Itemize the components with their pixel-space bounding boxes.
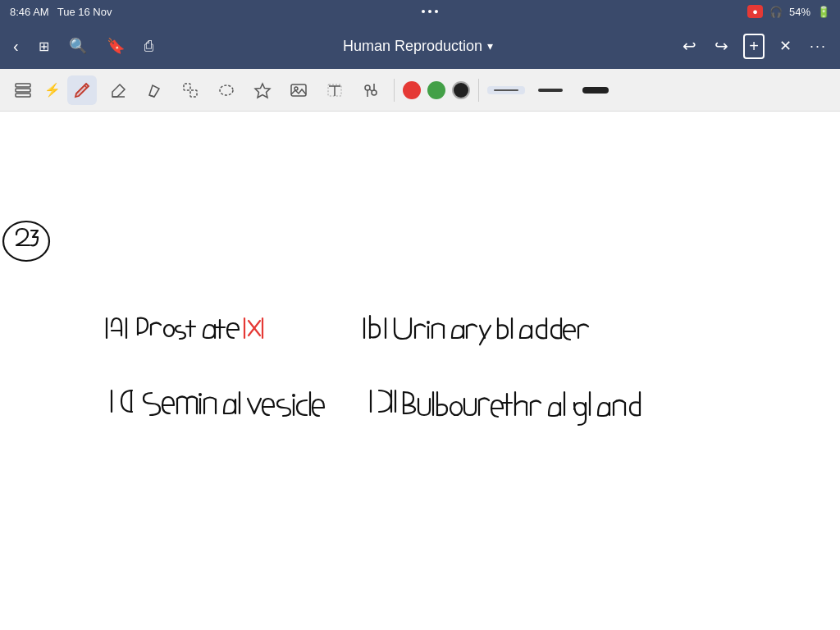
svg-point-8 xyxy=(220,85,233,95)
text-tool[interactable] xyxy=(320,75,349,105)
undo-button[interactable]: ↩ xyxy=(679,33,700,59)
add-page-button[interactable]: + xyxy=(743,34,765,59)
link-tool[interactable] xyxy=(356,75,386,105)
dot3 xyxy=(435,10,438,13)
layers-tool[interactable] xyxy=(8,75,38,105)
more-button[interactable]: ··· xyxy=(806,34,830,58)
bookmark-button[interactable]: 🔖 xyxy=(103,34,128,58)
color-green[interactable] xyxy=(427,81,445,99)
image-tool[interactable] xyxy=(284,75,313,105)
color-red[interactable] xyxy=(403,81,421,99)
svg-rect-6 xyxy=(184,84,190,90)
canvas-area[interactable] xyxy=(0,112,840,630)
back-button[interactable]: ‹ xyxy=(10,34,22,59)
separator-1 xyxy=(394,79,395,102)
svg-rect-0 xyxy=(16,84,30,87)
svg-point-15 xyxy=(365,85,370,90)
status-left: 8:46 AM Tue 16 Nov xyxy=(10,6,112,18)
battery-icon: 🔋 xyxy=(817,6,830,18)
status-center xyxy=(422,10,438,13)
svg-point-23 xyxy=(199,393,202,396)
close-button[interactable]: ✕ xyxy=(776,34,795,58)
nav-bar: ‹ ⊞ 🔍 🔖 ⎙ Human Reproduction ▾ ↩ ↪ + ✕ ·… xyxy=(0,23,840,69)
status-bar: 8:46 AM Tue 16 Nov ● 🎧 54% 🔋 xyxy=(0,0,840,23)
dot1 xyxy=(422,10,425,13)
date-display: Tue 16 Nov xyxy=(57,6,112,18)
pen-tool[interactable] xyxy=(67,75,97,105)
svg-point-24 xyxy=(292,394,295,397)
thickness-medium[interactable] xyxy=(532,85,569,95)
search-button[interactable]: 🔍 xyxy=(66,34,90,58)
redo-button[interactable]: ↪ xyxy=(711,33,732,59)
nav-title-area: Human Reproduction ▾ xyxy=(170,38,667,55)
eraser-tool[interactable] xyxy=(103,75,133,105)
document-title: Human Reproduction xyxy=(343,38,482,55)
star-tool[interactable] xyxy=(248,75,277,105)
svg-line-17 xyxy=(370,89,372,91)
thickness-thin[interactable] xyxy=(487,86,525,94)
nav-right: ↩ ↪ + ✕ ··· xyxy=(679,33,830,59)
highlighter-tool[interactable] xyxy=(139,75,169,105)
toolbar: ⚡ xyxy=(0,69,840,112)
svg-point-20 xyxy=(3,221,49,261)
bluetooth-icon: ⚡ xyxy=(44,82,61,98)
svg-marker-9 xyxy=(255,84,270,98)
battery-percent: 54% xyxy=(789,6,810,18)
dot2 xyxy=(428,10,431,13)
color-black[interactable] xyxy=(452,81,470,99)
svg-point-22 xyxy=(427,321,430,324)
time-display: 8:46 AM xyxy=(10,6,49,18)
svg-line-5 xyxy=(149,95,154,97)
recording-badge: ● xyxy=(747,5,763,18)
svg-point-21 xyxy=(164,325,174,336)
svg-rect-7 xyxy=(190,90,197,97)
select-tool[interactable] xyxy=(176,75,205,105)
status-right: ● 🎧 54% 🔋 xyxy=(747,5,830,18)
svg-rect-2 xyxy=(16,94,30,97)
svg-rect-1 xyxy=(16,89,30,92)
separator-2 xyxy=(478,79,479,102)
thickness-thick[interactable] xyxy=(576,84,615,97)
lasso-tool[interactable] xyxy=(212,75,241,105)
handwriting-content xyxy=(0,112,840,630)
grid-button[interactable]: ⊞ xyxy=(35,35,52,57)
title-chevron[interactable]: ▾ xyxy=(487,39,493,52)
headphones-icon: 🎧 xyxy=(769,6,783,18)
svg-point-16 xyxy=(372,90,377,95)
svg-point-25 xyxy=(450,402,462,415)
share-button[interactable]: ⎙ xyxy=(141,34,157,58)
